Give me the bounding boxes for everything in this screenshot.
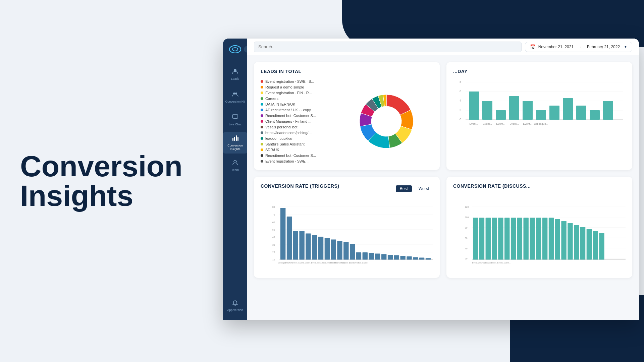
legend-item-10: leadoo · buukkari [261,136,334,140]
notification-icon [232,300,238,307]
sidebar-item-live-chat[interactable]: Live Chat [223,109,247,131]
svg-rect-111 [492,218,497,260]
svg-rect-6 [232,138,233,141]
legend-label: Request a demo simple [265,85,304,89]
svg-text:Event...: Event... [504,262,511,264]
svg-rect-58 [287,217,292,259]
conversion-kit-icon [232,91,238,99]
conv-triggers-header: CONVERSION RATE (TRIGGERS) Best Worst [261,183,433,194]
sidebar-item-app-version[interactable]: App version [223,295,247,317]
svg-text:80: 80 [272,206,275,208]
svg-rect-25 [496,110,506,120]
worst-button[interactable]: Worst [415,185,433,192]
leads-icon [232,68,238,76]
date-end: February 21, 2022 [587,45,620,49]
svg-text:70: 70 [272,214,275,216]
leads-card-content: Event registration · SWE · S...Request a… [261,79,433,163]
live-chat-label: Live Chat [229,123,241,126]
leads-in-total-card: LEADS IN TOTAL Event registration · SWE … [254,62,440,170]
legend-label: Event registration · SWE... [265,159,309,163]
conv-triggers-chart: 80 70 60 50 40 30 20 10 [272,199,433,270]
date-filter[interactable]: 📅 November 21, 2021 → February 21, 2022 … [525,42,632,52]
legend-label: leadoo · buukkari [265,136,293,140]
svg-rect-127 [593,231,598,260]
svg-rect-7 [234,137,235,141]
svg-text:Event...: Event... [497,262,504,264]
svg-text:Colleague...: Colleague... [534,122,548,125]
svg-rect-124 [574,225,579,260]
best-worst-toggle: Best Worst [396,185,433,192]
svg-text:40: 40 [272,236,275,238]
legend-dot [261,148,263,151]
conv-discuss-chart: 120 100 80 60 40 20 [465,199,626,270]
date-start: November 21, 2021 [538,45,574,49]
svg-rect-108 [473,218,478,260]
svg-text:40: 40 [465,247,468,250]
svg-rect-66 [337,241,342,260]
leads-per-day-card: ...DAY 8 6 4 2 0 [446,62,632,170]
svg-rect-109 [479,218,484,260]
leads-day-bars: 8 6 4 2 0 [453,79,626,130]
team-label: Team [231,168,239,172]
legend-item-5: AE recruitment / UK · · copy [261,108,334,112]
leads-day-chart: 8 6 4 2 0 [453,79,626,133]
svg-rect-114 [511,218,516,260]
app-version-label: App version [227,308,243,312]
svg-rect-29 [549,106,559,120]
legend-label: Careers [265,97,278,101]
app-window: › Leads [223,39,639,320]
legend-dot [261,80,263,83]
conversion-kit-label: Conversion Kit [225,100,245,104]
svg-text:80: 80 [465,227,468,229]
sidebar-logo: › [223,39,247,60]
sidebar-item-conversion-insights[interactable]: Conversion Insights [223,132,247,154]
svg-text:Event...: Event... [305,262,312,264]
main-content: 📅 November 21, 2021 → February 21, 2022 … [247,39,639,320]
svg-text:60: 60 [272,221,275,224]
svg-rect-112 [498,218,503,260]
svg-rect-75 [394,255,399,260]
svg-rect-110 [486,218,491,260]
legend-dot [261,97,263,100]
svg-rect-57 [280,208,285,259]
legend-item-14: Event registration · SWE... [261,159,334,163]
dashboard: LEADS IN TOTAL Event registration · SWE … [247,55,639,285]
legend-label: https://leadoo.com/pricing/ ... [265,131,313,135]
conversion-discussions-card: CONVERSION RATE (DISCUSS... 120 100 80 6… [446,177,632,278]
svg-rect-32 [590,110,600,120]
best-button[interactable]: Best [396,185,412,192]
svg-text:100: 100 [465,216,469,219]
svg-rect-74 [388,255,393,260]
svg-rect-63 [318,237,323,259]
legend-label: Santtu's Sales Assistant [265,142,305,146]
conv-discuss-chart-wrap: 120 100 80 60 40 20 [453,199,626,271]
sidebar-item-leads[interactable]: Leads [223,64,247,85]
legend-label: AE recruitment / UK · · copy [265,108,311,112]
svg-rect-80 [426,258,431,259]
live-chat-icon [232,114,238,121]
svg-rect-59 [293,231,298,260]
svg-rect-27 [523,101,533,120]
legend-dot [261,160,263,163]
svg-point-1 [232,48,238,51]
svg-text:60: 60 [465,237,468,239]
svg-point-11 [235,305,236,306]
svg-rect-116 [523,218,528,260]
search-input[interactable] [254,42,522,52]
svg-rect-62 [312,235,317,260]
legend-dot [261,126,263,128]
svg-rect-122 [561,221,566,260]
sidebar-item-team[interactable]: Team [223,155,247,176]
svg-text:4: 4 [460,99,461,102]
svg-rect-67 [343,242,348,259]
leads-total-title: LEADS IN TOTAL [261,69,433,74]
legend-dot [261,92,263,94]
legend-dot [261,137,263,140]
svg-rect-121 [555,219,560,260]
svg-rect-115 [517,218,522,260]
svg-rect-31 [576,106,586,120]
sidebar-item-conversion-kit[interactable]: Conversion Kit [223,86,247,108]
legend-dot [261,154,263,157]
legend-dot [261,143,263,145]
leads-label: Leads [231,77,239,81]
